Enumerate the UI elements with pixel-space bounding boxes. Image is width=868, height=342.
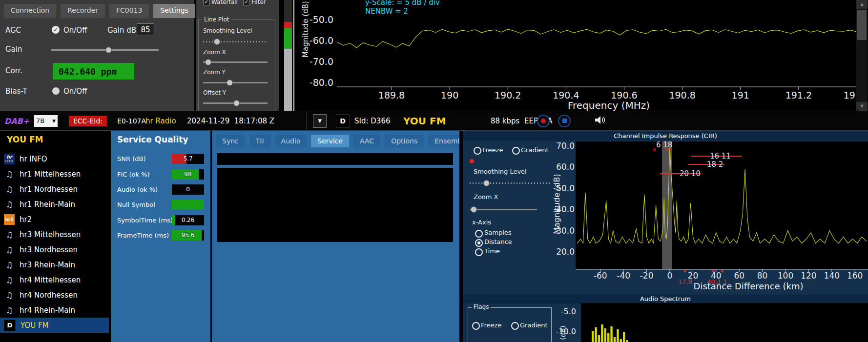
service-item[interactable]: ♫ hr3 Mittelhessen (0, 227, 109, 242)
service-quality-panel: Service Quality SNR (dB) 5.7 FIC (ok %) … (111, 131, 210, 342)
scroll-up-icon[interactable]: ▲ (856, 0, 868, 9)
tab-fc0013[interactable]: FC0013 (109, 4, 149, 18)
offset-y-handle[interactable] (233, 100, 240, 106)
cir-smoothing-handle[interactable] (483, 180, 490, 186)
svg-text:17,8: 17,8 (678, 278, 692, 285)
tab-aac[interactable]: AAC (353, 135, 380, 147)
zoom-x-slider[interactable] (203, 61, 268, 63)
fic-label: FIC (ok %) (117, 169, 150, 180)
cir-freeze-label: Freeze (482, 146, 503, 154)
flags-groupbox: Freeze Gradient (468, 307, 552, 342)
gauge-green-segment (284, 28, 292, 49)
cir-zoom-x-slider[interactable] (470, 209, 537, 210)
x-axis-time-label: Time (484, 247, 500, 255)
svg-text:190: 190 (441, 90, 458, 101)
dab-player-window: Connection Recorder FC0013 Settings AGC … (0, 0, 868, 342)
service-item[interactable]: ♫ hr1 Rhein-Main (0, 197, 109, 212)
svg-text:80: 80 (757, 271, 768, 281)
gain-db-value[interactable]: 85 (137, 23, 154, 36)
record-button[interactable] (537, 115, 550, 127)
tab-options[interactable]: Options (385, 135, 424, 147)
music-note-icon: ♫ (4, 199, 15, 210)
audio-spectrum-chart: -5.0-10.0(dB) (551, 295, 868, 342)
gauge-red-segment (284, 22, 292, 28)
svg-text:*: * (720, 268, 724, 277)
biast-radio[interactable] (52, 87, 60, 95)
svg-text:-80.0: -80.0 (310, 77, 333, 88)
music-note-icon: ♫ (4, 290, 15, 301)
cir-zoom-x-handle[interactable] (471, 206, 477, 213)
svg-text:100: 100 (778, 271, 793, 281)
music-note-icon: ♫ (4, 305, 15, 316)
offset-y-slider[interactable] (203, 102, 268, 104)
gain-slider[interactable] (51, 49, 159, 51)
agc-checkbox[interactable]: ✓ (52, 26, 60, 34)
svg-text:190.4: 190.4 (553, 90, 579, 101)
svg-text:*: * (666, 147, 670, 156)
youfm-logo: D (4, 320, 16, 331)
tab-tii[interactable]: TII (249, 135, 270, 147)
tab-settings[interactable]: Settings (153, 4, 195, 18)
tab-recorder[interactable]: Recorder (61, 4, 105, 18)
music-note-icon: ♫ (4, 244, 15, 255)
scrollbar-handle[interactable] (857, 10, 867, 40)
frametime-value-box: 95.6 (172, 230, 204, 241)
biast-onoff-label: On/Off (63, 87, 87, 96)
tab-connection[interactable]: Connection (4, 4, 56, 18)
scroll-down-icon[interactable]: ▼ (856, 102, 868, 111)
device-tab-bar: Connection Recorder FC0013 Settings (4, 4, 195, 18)
service-item[interactable]: ♫ hr3 Nordhessen (0, 242, 109, 257)
hr-info-logo: hrINFO (4, 154, 15, 164)
cir-gradient-radio[interactable] (512, 145, 520, 155)
snr-value-box: 5.7 (172, 154, 204, 164)
service-item[interactable]: ♫ hr4 Rhein-Main (0, 302, 109, 318)
gain-slider-handle[interactable] (105, 47, 112, 53)
service-item-hr2[interactable]: hr2 hr2 (0, 212, 109, 227)
service-item[interactable]: ♫ hr3 Rhein-Main (0, 257, 109, 272)
tab-service[interactable]: Service (311, 135, 349, 147)
filter-checkbox[interactable]: ✓ (243, 0, 250, 5)
music-note-icon: ♫ (4, 260, 15, 270)
hr2-logo: hr2 (4, 214, 15, 225)
stop-button[interactable] (558, 115, 571, 127)
service-item-youfm-selected[interactable]: D YOU FM (0, 318, 109, 333)
cir-gradient-label: Gradient (521, 146, 549, 154)
smoothing-level-slider[interactable] (203, 41, 268, 42)
channel-select[interactable]: 7B▼ (34, 115, 58, 127)
agc-onoff-label: On/Off (63, 26, 87, 35)
eid-value: E0-107A (117, 117, 146, 125)
service-item-hr-info[interactable]: hrINFO hr INFO (0, 151, 109, 166)
svg-text:190.2: 190.2 (495, 90, 521, 101)
zoom-y-slider[interactable] (203, 82, 268, 83)
speaker-icon (594, 115, 607, 125)
detail-tab-bar: Sync TII Audio Service AAC Options Ensem… (216, 135, 475, 147)
zoom-x-handle[interactable] (205, 59, 211, 65)
audio-freeze-radio[interactable] (472, 321, 480, 330)
zoom-y-handle[interactable] (227, 80, 233, 86)
svg-text:40,1 1: 40,1 1 (707, 278, 727, 285)
cir-smoothing-slider[interactable] (470, 182, 551, 184)
service-dropdown-button[interactable]: ▼ (313, 114, 327, 128)
svg-text:190.6: 190.6 (611, 90, 637, 101)
x-axis-time-radio[interactable] (475, 247, 483, 256)
service-text-bar (217, 153, 453, 165)
x-axis-samples-label: Samples (484, 229, 512, 236)
service-item[interactable]: ♫ hr1 Nordhessen (0, 181, 109, 197)
spectrum-scrollbar[interactable]: ▲ ▼ (856, 0, 868, 111)
music-note-icon: ♫ (4, 184, 15, 195)
svg-text:0: 0 (667, 271, 673, 281)
audio-gradient-radio[interactable] (511, 321, 519, 330)
service-list-header: YOU FM (7, 135, 43, 144)
tab-audio[interactable]: Audio (275, 135, 307, 147)
tab-sync[interactable]: Sync (216, 135, 245, 147)
smoothing-handle[interactable] (214, 39, 220, 45)
cir-freeze-radio[interactable] (474, 145, 481, 155)
waterfall-checkbox[interactable]: ✓ (203, 0, 210, 5)
service-item[interactable]: ♫ hr1 Mittelhessen (0, 166, 109, 181)
x-axis-samples-radio[interactable] (475, 228, 483, 238)
service-item[interactable]: ♫ hr4 Mittelhessen (0, 272, 109, 287)
x-axis-distance-radio[interactable] (475, 238, 483, 247)
null-symbol-label: Null Symbol (117, 200, 155, 210)
service-item[interactable]: ♫ hr4 Nordhessen (0, 287, 109, 302)
dab-mode-label: DAB+ (4, 116, 29, 125)
